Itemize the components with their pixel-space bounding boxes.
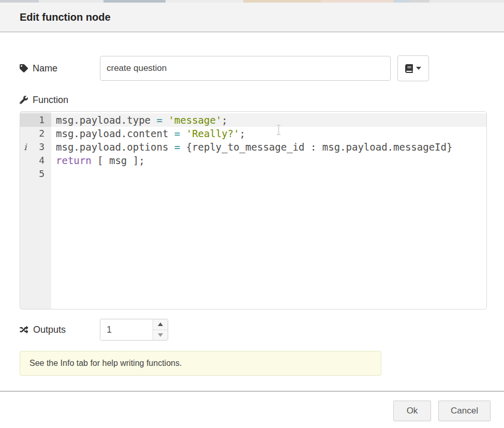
caret-down-icon <box>416 67 421 70</box>
edit-function-node-dialog: Edit function node Name Function 1msg.pa… <box>0 0 504 428</box>
name-row: Name <box>20 55 487 81</box>
line-number: 2 <box>20 127 51 140</box>
outputs-label-text: Outputs <box>33 324 66 335</box>
code-line[interactable]: 5 <box>20 167 486 181</box>
code-line-text: msg.payload.options = {reply_to_message_… <box>51 140 486 154</box>
spinner-down-button[interactable] <box>153 330 168 341</box>
cancel-button[interactable]: Cancel <box>438 401 491 421</box>
function-code-editor[interactable]: 1msg.payload.type = 'message';2msg.paylo… <box>20 111 487 309</box>
wrench-icon <box>20 96 28 104</box>
code-line[interactable]: 2msg.payload.content = 'Really?'; <box>20 127 486 140</box>
ibeam-mouse-cursor <box>276 125 281 135</box>
tag-icon <box>20 64 28 72</box>
code-line-text: return [ msg ]; <box>51 154 486 167</box>
info-tip-text: See the Info tab for help writing functi… <box>29 359 182 367</box>
info-tip: See the Info tab for help writing functi… <box>20 351 381 376</box>
shuffle-icon <box>20 326 28 334</box>
ok-button[interactable]: Ok <box>393 401 431 421</box>
code-line-text <box>51 167 486 181</box>
function-label: Function <box>20 95 100 106</box>
outputs-spinner <box>100 319 168 341</box>
name-label-text: Name <box>33 63 57 74</box>
line-number: 4 <box>20 154 51 167</box>
spinner-up-button[interactable] <box>153 319 168 330</box>
code-lines: 1msg.payload.type = 'message';2msg.paylo… <box>20 112 486 181</box>
arrow-up-icon <box>158 322 163 326</box>
dialog-header: Edit function node <box>0 3 504 32</box>
dialog-body: Name Function 1msg.payload.type = 'messa… <box>0 55 504 376</box>
line-number: 3i <box>20 140 51 154</box>
name-input[interactable] <box>100 56 391 81</box>
spinner-buttons <box>153 319 168 340</box>
name-label: Name <box>20 63 100 74</box>
dialog-title: Edit function node <box>20 11 111 23</box>
info-annotation-icon: i <box>24 140 26 154</box>
outputs-row: Outputs <box>20 319 487 341</box>
code-line-text: msg.payload.type = 'message'; <box>51 113 486 127</box>
outputs-label: Outputs <box>20 324 100 335</box>
code-line[interactable]: 3imsg.payload.options = {reply_to_messag… <box>20 140 486 154</box>
dialog-footer: Ok Cancel <box>0 391 504 421</box>
line-number: 5 <box>20 167 51 181</box>
code-line[interactable]: 4return [ msg ]; <box>20 154 486 167</box>
code-line-text: msg.payload.content = 'Really?'; <box>51 127 486 140</box>
arrow-down-icon <box>158 333 163 337</box>
book-icon <box>405 64 413 73</box>
line-number: 1 <box>20 113 51 127</box>
outputs-input[interactable] <box>100 319 153 340</box>
function-row: Function <box>20 93 487 107</box>
code-line[interactable]: 1msg.payload.type = 'message'; <box>20 113 486 127</box>
function-label-text: Function <box>33 95 68 106</box>
library-button[interactable] <box>397 55 429 81</box>
